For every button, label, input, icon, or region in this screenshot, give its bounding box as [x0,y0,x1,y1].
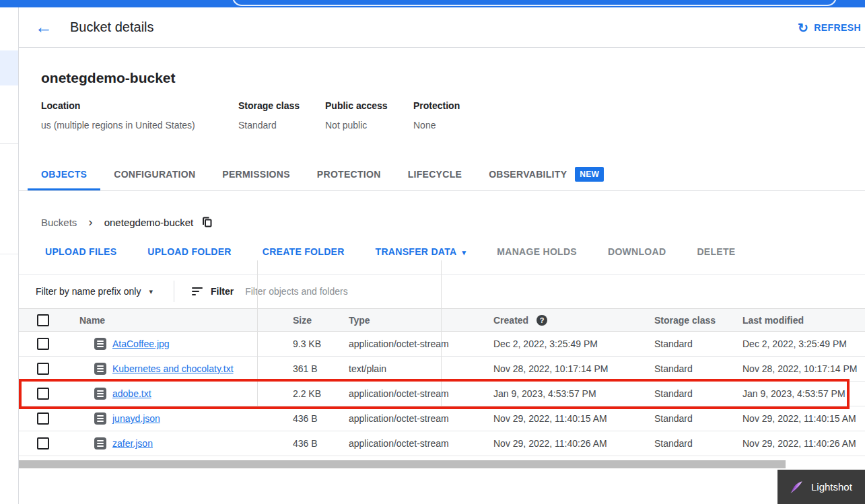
upload-folder-button[interactable]: UPLOAD FOLDER [137,240,242,264]
tab-objects[interactable]: OBJECTS [28,158,100,190]
cell-storage-class: Standard [637,413,726,424]
cell-created: Nov 29, 2022, 11:40:15 AM [460,413,637,424]
cell-type: application/octet-stream [343,388,460,399]
tab-configuration[interactable]: CONFIGURATION [100,158,209,190]
refresh-button[interactable]: ↻ REFRESH [795,7,864,48]
lightshot-overlay[interactable]: Lightshot [777,470,865,504]
table-row[interactable]: adobe.txt 2.2 KB application/octet-strea… [19,382,865,406]
row-checkbox[interactable] [37,388,49,400]
row-checkbox-cell [19,338,61,350]
left-nav-divider [0,254,18,254]
table-row[interactable]: junayd.json 436 B application/octet-stre… [19,406,865,431]
button-label: UPLOAD FOLDER [147,246,231,257]
bucket-details-page: ← Bucket details ↻ REFRESH onetegdemo-bu… [0,0,865,504]
cell-created: Nov 28, 2022, 10:17:14 PM [460,363,637,374]
info-label: Storage class [238,100,325,111]
refresh-icon: ↻ [798,22,808,34]
chevron-right-icon: › [88,215,92,228]
top-app-bar [0,0,865,7]
object-name-link[interactable]: junayd.json [112,413,160,424]
filter-scope-dropdown[interactable]: Filter by name prefix only ▾ [36,286,153,297]
filter-divider [174,281,174,302]
cell-name: Kubernetes and chocolaty.txt [61,363,276,375]
cell-storage-class: Standard [637,338,726,349]
info-protection: Protection None [413,100,460,131]
tab-protection[interactable]: PROTECTION [304,158,394,190]
copy-icon [201,216,213,228]
column-header-label: Created [493,315,528,326]
tab-lifecycle[interactable]: LIFECYCLE [394,158,475,190]
help-icon[interactable]: ? [537,315,547,326]
copy-bucket-name-button[interactable] [201,215,214,229]
horizontal-scrollbar-thumb[interactable] [19,460,786,468]
tab-label: OBJECTS [41,169,87,180]
lightshot-feather-icon [789,480,804,495]
lightshot-label: Lightshot [811,481,852,493]
row-checkbox-cell [19,412,61,425]
info-location: Location us (multiple regions in United … [41,100,238,131]
left-nav-divider [0,143,18,144]
row-checkbox[interactable] [37,412,49,425]
info-label: Public access [325,100,413,111]
search-bar-outline[interactable] [232,0,837,6]
bucket-name-title: onetegdemo-bucket [41,70,176,86]
delete-button[interactable]: DELETE [686,240,746,264]
file-icon [94,338,106,350]
back-arrow-icon: ← [35,17,53,38]
button-label: MANAGE HOLDS [497,246,577,257]
left-nav-strip[interactable] [0,7,19,504]
upload-files-button[interactable]: UPLOAD FILES [34,240,127,264]
object-name-link[interactable]: adobe.txt [112,388,151,399]
info-value: Not public [325,120,413,131]
tab-observability[interactable]: OBSERVABILITY NEW [475,158,617,190]
filter-label: Filter [211,286,234,297]
dropdown-caret-icon: ▾ [149,287,153,296]
button-label: TRANSFER DATA [376,246,457,257]
cell-last-modified: Nov 29, 2022, 11:40:15 AM [726,413,865,424]
cell-created: Dec 2, 2022, 3:25:49 PM [460,338,637,349]
row-checkbox[interactable] [37,363,49,375]
cell-last-modified: Nov 29, 2022, 11:40:26 AM [726,438,865,449]
cell-size: 9.3 KB [276,338,343,349]
filter-bar: Filter by name prefix only ▾ Filter [19,274,865,308]
dropdown-caret-icon: ▾ [462,248,466,257]
table-row[interactable]: Kubernetes and chocolaty.txt 361 B text/… [19,357,865,382]
cell-created: Nov 29, 2022, 11:40:26 AM [460,438,637,449]
cell-name: junayd.json [61,412,276,425]
info-label: Protection [413,100,460,111]
select-all-checkbox[interactable] [37,314,49,326]
download-button[interactable]: DOWNLOAD [597,240,677,264]
info-value: us (multiple regions in United States) [41,120,238,131]
table-row[interactable]: zafer.json 436 B application/octet-strea… [19,431,865,456]
breadcrumb-buckets-link[interactable]: Buckets [41,217,77,228]
file-icon [94,437,106,449]
table-row[interactable]: AtaCoffee.jpg 9.3 KB application/octet-s… [19,332,865,357]
object-table-body: AtaCoffee.jpg 9.3 KB application/octet-s… [19,332,865,456]
back-button[interactable]: ← [34,17,54,38]
filter-list-icon [192,287,203,295]
cell-created: Jan 9, 2023, 4:53:57 PM [460,388,637,399]
cell-name: adobe.txt [61,388,276,400]
cell-size: 436 B [276,438,343,449]
create-folder-button[interactable]: CREATE FOLDER [252,240,355,264]
cell-type: application/octet-stream [343,438,460,449]
tab-permissions[interactable]: PERMISSIONS [209,158,304,190]
row-checkbox[interactable] [37,437,49,449]
object-name-link[interactable]: zafer.json [112,438,153,449]
object-name-link[interactable]: AtaCoffee.jpg [112,338,170,349]
object-action-bar: UPLOAD FILES UPLOAD FOLDER CREATE FOLDER… [34,238,746,265]
left-nav-active-item[interactable] [0,50,18,85]
transfer-data-button[interactable]: TRANSFER DATA ▾ [365,240,477,264]
filter-input[interactable] [245,286,528,297]
cell-size: 436 B [276,413,343,424]
manage-holds-button[interactable]: MANAGE HOLDS [486,240,588,264]
column-header-created: Created ? [460,315,637,326]
column-divider [441,260,442,408]
row-checkbox[interactable] [37,338,49,350]
column-divider [257,260,258,408]
button-label: DELETE [697,246,735,257]
cell-name: AtaCoffee.jpg [61,338,276,350]
object-name-link[interactable]: Kubernetes and chocolaty.txt [112,363,234,374]
page-header: ← Bucket details ↻ REFRESH [0,7,865,48]
cell-size: 2.2 KB [276,388,343,399]
